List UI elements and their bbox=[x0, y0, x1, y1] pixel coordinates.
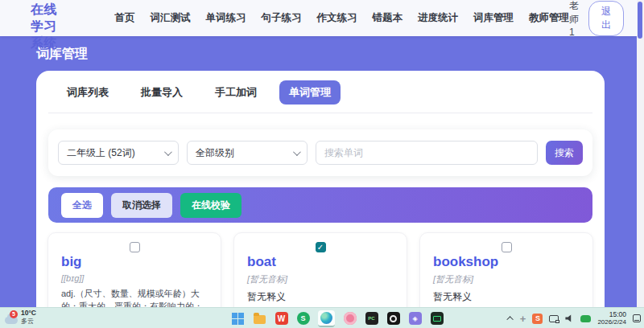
weather-alert-badge: 5 bbox=[10, 310, 18, 318]
logout-button[interactable]: 退出 bbox=[588, 1, 624, 36]
weather-widget[interactable]: 5 10°C 多云 bbox=[5, 310, 36, 325]
level-select-value: 全部级别 bbox=[196, 146, 234, 160]
word-checkbox[interactable] bbox=[130, 242, 140, 252]
weather-desc: 多云 bbox=[21, 318, 36, 325]
word-title: bookshop bbox=[433, 254, 580, 270]
word-definition: 暂无释义 bbox=[433, 290, 580, 304]
nav-item-lexicon-management[interactable]: 词库管理 bbox=[473, 11, 514, 25]
search-input[interactable] bbox=[316, 141, 538, 165]
start-icon[interactable] bbox=[231, 312, 245, 326]
tab-batch-import[interactable]: 批量导入 bbox=[131, 80, 192, 105]
taskbar-app-icons: W S PC ◈ bbox=[231, 308, 444, 328]
select-all-button[interactable]: 全选 bbox=[61, 193, 103, 218]
wps-icon[interactable]: W bbox=[275, 312, 288, 326]
search-button[interactable]: 搜索 bbox=[546, 141, 583, 165]
word-phonetic: [[bɪg]] bbox=[61, 273, 208, 283]
file-explorer-icon[interactable] bbox=[253, 312, 266, 326]
nav-item-vocab-test[interactable]: 词汇测试 bbox=[151, 11, 191, 25]
word-phonetic: [暂无音标] bbox=[433, 273, 580, 285]
weather-temp: 10°C bbox=[21, 310, 36, 318]
word-checkbox[interactable] bbox=[316, 242, 326, 252]
green-app-icon[interactable] bbox=[580, 315, 591, 322]
scrollbar-thumb[interactable] bbox=[638, 2, 642, 39]
notification-panel-icon[interactable] bbox=[633, 314, 641, 322]
current-user-label: 老师1 bbox=[569, 0, 579, 38]
book-select-value: 二年级上 (52词) bbox=[67, 146, 135, 160]
chevron-up-icon[interactable] bbox=[506, 316, 513, 322]
nav-item-sentence-practice[interactable]: 句子练习 bbox=[262, 11, 302, 25]
page-scrollbar[interactable] bbox=[637, 0, 644, 307]
cast-monitor-icon[interactable] bbox=[549, 315, 559, 322]
remote-app-icon[interactable]: + bbox=[520, 314, 526, 324]
system-tray: + S 15:00 2026/2/24 bbox=[509, 308, 641, 328]
level-select[interactable]: 全部级别 bbox=[187, 141, 308, 165]
nav-item-teacher-management[interactable]: 教师管理 bbox=[529, 11, 569, 25]
word-definition: 暂无释义 bbox=[247, 290, 394, 304]
chevron-down-icon bbox=[164, 148, 172, 156]
nav-item-essay-practice[interactable]: 作文练习 bbox=[317, 11, 357, 25]
book-select[interactable]: 二年级上 (52词) bbox=[58, 141, 179, 165]
orange-s-app-icon[interactable]: S bbox=[532, 314, 543, 324]
windows-taskbar: 5 10°C 多云 W S PC ◈ + S 15:00 2026/2/24 bbox=[0, 307, 644, 328]
dark-ring-app-icon[interactable] bbox=[386, 312, 400, 326]
tab-lexicon-list[interactable]: 词库列表 bbox=[57, 80, 118, 105]
edge-icon[interactable] bbox=[318, 310, 335, 327]
nav-right-group: 老师1 退出 bbox=[569, 0, 624, 38]
nav-item-home[interactable]: 首页 bbox=[115, 11, 135, 25]
speaker-icon[interactable] bbox=[565, 314, 574, 322]
green-s-browser-icon[interactable]: S bbox=[296, 312, 310, 326]
nav-menu: 首页 词汇测试 单词练习 句子练习 作文练习 错题本 进度统计 词库管理 教师管… bbox=[115, 11, 570, 25]
app-title: 英语在线学习系统 bbox=[31, 0, 68, 52]
tab-manual-add[interactable]: 手工加词 bbox=[205, 80, 266, 105]
cloud-icon: 5 bbox=[5, 317, 18, 324]
purple-app-icon[interactable]: ◈ bbox=[408, 312, 422, 326]
tab-bar: 词库列表 批量导入 手工加词 单词管理 bbox=[48, 80, 592, 113]
clock[interactable]: 15:00 2026/2/24 bbox=[597, 310, 626, 326]
bulk-action-bar: 全选 取消选择 在线校验 bbox=[48, 187, 592, 223]
tab-word-management[interactable]: 单词管理 bbox=[279, 80, 341, 105]
chevron-down-icon bbox=[293, 148, 301, 156]
deselect-all-button[interactable]: 取消选择 bbox=[111, 193, 172, 218]
date-label: 2026/2/24 bbox=[597, 318, 626, 326]
lexicon-management-card: 词库列表 批量导入 手工加词 单词管理 二年级上 (52词) 全部级别 搜索 全… bbox=[36, 71, 605, 328]
pycharm-icon[interactable]: PC bbox=[365, 312, 378, 326]
word-title: big bbox=[61, 254, 208, 270]
time-label: 15:00 bbox=[597, 310, 626, 318]
top-navbar: 英语在线学习系统 首页 词汇测试 单词练习 句子练习 作文练习 错题本 进度统计… bbox=[0, 0, 637, 36]
word-title: boat bbox=[247, 254, 394, 270]
filter-bar: 二年级上 (52词) 全部级别 搜索 bbox=[48, 129, 592, 176]
online-validate-button[interactable]: 在线校验 bbox=[180, 193, 242, 218]
pink-app-icon[interactable] bbox=[343, 312, 357, 326]
word-checkbox[interactable] bbox=[502, 242, 512, 252]
nav-item-mistake-book[interactable]: 错题本 bbox=[373, 11, 403, 25]
nav-item-word-practice[interactable]: 单词练习 bbox=[206, 11, 246, 25]
terminal-icon[interactable] bbox=[430, 312, 444, 326]
nav-item-progress-stats[interactable]: 进度统计 bbox=[418, 11, 458, 25]
word-phonetic: [暂无音标] bbox=[247, 273, 394, 285]
